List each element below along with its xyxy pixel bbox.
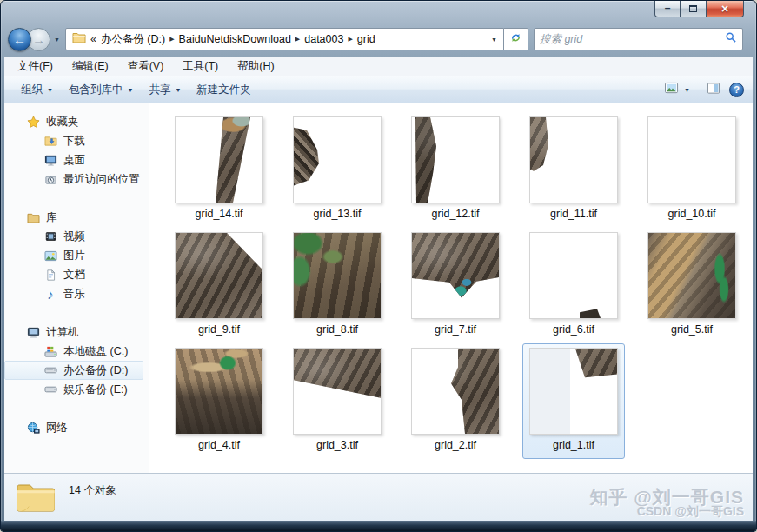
menu-file[interactable]: 文件(F) <box>8 59 63 74</box>
file-item[interactable]: grid_7.tif <box>404 228 507 343</box>
help-button[interactable]: ? <box>729 83 744 97</box>
file-item[interactable]: grid_10.tif <box>641 112 743 228</box>
back-button[interactable]: ← <box>8 28 31 51</box>
close-button[interactable]: × <box>706 1 744 17</box>
sidebar-item-pictures[interactable]: 图片 <box>4 246 143 265</box>
system-drive-icon <box>43 344 57 358</box>
sidebar-item-documents[interactable]: 文档 <box>4 265 143 284</box>
maximize-button[interactable] <box>681 1 706 17</box>
file-thumbnail <box>175 232 263 319</box>
organize-button[interactable]: 组织▼ <box>13 83 61 97</box>
main-area: 收藏夹 下载 桌面 最近访问的位置 库 <box>4 103 753 473</box>
file-item[interactable]: grid_5.tif <box>641 228 743 343</box>
music-note-icon: ♪ <box>43 287 57 301</box>
file-item[interactable]: grid_14.tif <box>168 112 270 228</box>
videos-label: 视频 <box>63 229 85 244</box>
documents-label: 文档 <box>63 268 85 283</box>
sidebar-item-network[interactable]: 网络 <box>4 418 143 437</box>
file-name: grid_1.tif <box>553 439 594 451</box>
breadcrumb-separator-icon[interactable]: ▶ <box>294 36 302 43</box>
breadcrumb-folder-2[interactable]: data003 <box>302 33 346 45</box>
sidebar-item-drive-e[interactable]: 娱乐备份 (E:) <box>4 380 143 399</box>
menu-view[interactable]: 查看(V) <box>118 59 174 74</box>
file-thumbnail <box>647 116 736 203</box>
file-item[interactable]: grid_3.tif <box>286 343 388 459</box>
file-thumbnail <box>529 232 618 319</box>
recent-pages-dropdown[interactable]: ▼ <box>54 37 60 43</box>
file-name: grid_13.tif <box>314 208 362 220</box>
menu-help[interactable]: 帮助(H) <box>228 59 283 74</box>
sidebar-item-music[interactable]: ♪ 音乐 <box>4 284 143 303</box>
breadcrumb-overflow[interactable]: « <box>89 33 98 45</box>
file-name: grid_7.tif <box>435 323 476 336</box>
explorer-window: – × ← → ▼ « 办公备份 (D:) ▶ BaiduNetdiskDown… <box>0 0 757 532</box>
sidebar-item-downloads[interactable]: 下载 <box>4 131 143 150</box>
music-label: 音乐 <box>63 287 85 302</box>
file-item[interactable]: grid_11.tif <box>522 112 625 228</box>
file-item-selected[interactable]: grid_1.tif <box>522 343 625 459</box>
file-name: grid_9.tif <box>198 323 240 336</box>
breadcrumb-folder-1[interactable]: BaiduNetdiskDownload <box>176 33 294 45</box>
file-item[interactable]: grid_8.tif <box>286 228 388 343</box>
network-globe-icon <box>26 421 40 435</box>
file-item[interactable]: grid_4.tif <box>168 343 270 459</box>
command-toolbar: 组织▼ 包含到库中▼ 共享▼ 新建文件夹 ▼ ? <box>4 76 753 103</box>
menu-tools[interactable]: 工具(T) <box>173 59 228 74</box>
sidebar-item-computer[interactable]: 计算机 <box>4 323 143 342</box>
sidebar-item-favorites[interactable]: 收藏夹 <box>4 112 143 131</box>
dropdown-icon: ▼ <box>684 87 690 93</box>
window-controls: – × <box>654 1 744 17</box>
file-name: grid_6.tif <box>553 323 594 336</box>
breadcrumb-drive[interactable]: 办公备份 (D:) <box>98 32 168 47</box>
file-name: grid_5.tif <box>671 323 713 336</box>
sidebar-item-desktop[interactable]: 桌面 <box>4 150 143 170</box>
dropdown-icon: ▼ <box>47 87 53 93</box>
recent-places-label: 最近访问的位置 <box>63 172 140 187</box>
sidebar-item-drive-c[interactable]: 本地磁盘 (C:) <box>4 342 143 361</box>
file-thumbnail <box>175 116 263 203</box>
help-icon: ? <box>734 84 740 95</box>
file-thumbnail <box>411 348 500 435</box>
share-button[interactable]: 共享▼ <box>141 83 189 97</box>
search-icon[interactable] <box>725 31 737 47</box>
file-item[interactable]: grid_13.tif <box>286 112 388 228</box>
file-thumbnail <box>175 348 263 435</box>
picture-icon <box>43 249 57 263</box>
refresh-icon <box>509 31 522 48</box>
desktop-icon <box>43 153 57 167</box>
file-thumbnail <box>411 232 500 319</box>
breadcrumb-separator-icon[interactable]: ▶ <box>346 36 354 43</box>
menu-edit[interactable]: 编辑(E) <box>63 59 118 74</box>
organize-label: 组织 <box>21 83 43 97</box>
search-input[interactable] <box>540 33 725 45</box>
favorites-label: 收藏夹 <box>46 115 79 130</box>
file-item[interactable]: grid_12.tif <box>404 112 507 228</box>
file-item[interactable]: grid_9.tif <box>168 228 270 343</box>
refresh-button[interactable] <box>504 28 528 50</box>
watermark-line1: 知乎 @刘一哥GIS <box>590 488 745 506</box>
include-in-library-button[interactable]: 包含到库中▼ <box>61 83 141 97</box>
document-icon <box>43 268 57 282</box>
forward-icon: → <box>32 32 45 47</box>
sidebar-item-drive-d[interactable]: 办公备份 (D:) <box>4 361 143 380</box>
breadcrumb-folder-3[interactable]: grid <box>355 33 378 45</box>
sidebar-item-recent-places[interactable]: 最近访问的位置 <box>4 170 143 189</box>
change-view-button[interactable]: ▼ <box>656 82 698 97</box>
drive-e-label: 娱乐备份 (E:) <box>63 382 128 397</box>
download-folder-icon <box>43 134 57 148</box>
new-folder-button[interactable]: 新建文件夹 <box>189 83 259 97</box>
minimize-icon: – <box>665 2 671 14</box>
file-item[interactable]: grid_6.tif <box>522 228 625 343</box>
file-name: grid_14.tif <box>196 208 243 220</box>
sidebar-item-libraries[interactable]: 库 <box>4 208 143 227</box>
file-thumbnail <box>529 116 618 203</box>
sidebar-item-videos[interactable]: 视频 <box>4 227 143 246</box>
breadcrumb-separator-icon[interactable]: ▶ <box>168 36 176 43</box>
film-icon <box>43 229 57 243</box>
address-bar[interactable]: « 办公备份 (D:) ▶ BaiduNetdiskDownload ▶ dat… <box>65 28 504 50</box>
file-name: grid_8.tif <box>316 323 358 336</box>
minimize-button[interactable]: – <box>654 1 681 17</box>
file-item[interactable]: grid_2.tif <box>404 343 507 459</box>
preview-pane-button[interactable] <box>707 82 720 98</box>
address-dropdown-icon[interactable]: ▼ <box>485 37 503 43</box>
